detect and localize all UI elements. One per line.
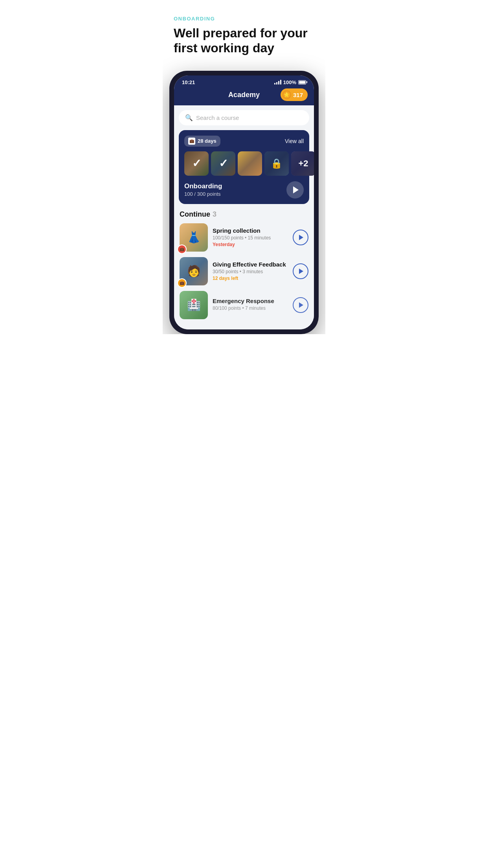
due-badge-2: 💼	[177, 278, 187, 288]
phone-screen: 10:21 100% Academy	[174, 75, 314, 329]
plus-overlay: +2	[291, 151, 314, 176]
page-title-line2: first working day	[174, 41, 274, 55]
checkmark-icon-2: ✓	[219, 157, 228, 170]
course-info-2: Giving Effective Feedback 30/50 points •…	[213, 261, 288, 281]
page-title: Well prepared for your first working day	[174, 26, 314, 56]
signal-bar-4	[280, 80, 281, 85]
course-thumb-img-3: 🏥	[180, 291, 208, 319]
badge-icon-1: 💼	[180, 247, 184, 251]
course-meta-2: 30/50 points • 3 minutes	[213, 269, 288, 274]
continue-header: Continue 3	[180, 210, 308, 219]
coin-icon: ⭐	[283, 90, 291, 99]
thumbnail-3[interactable]	[238, 151, 262, 176]
course-info-3: Emergency Response 80/100 points • 7 min…	[213, 298, 288, 312]
signal-bars-icon	[274, 80, 281, 85]
course-title-3: Emergency Response	[213, 298, 288, 304]
card-top: 💼 28 days View all	[184, 136, 304, 147]
continue-label: Continue	[180, 210, 210, 219]
page-title-line1: Well prepared for your	[174, 26, 308, 40]
play-button[interactable]	[286, 181, 304, 199]
search-bar[interactable]: 🔍 Search a course	[179, 110, 309, 125]
card-footer: Onboarding 100 / 300 points	[184, 181, 304, 199]
play-triangle-icon-1	[299, 235, 303, 240]
thumbnail-2[interactable]: ✓	[211, 151, 235, 176]
days-badge: 💼 28 days	[184, 136, 220, 147]
view-all-button[interactable]: View all	[285, 138, 304, 144]
signal-bar-3	[278, 81, 279, 85]
course-item-1: 👗 💼 Spring collection 100/150 points • 1…	[180, 223, 308, 252]
points-badge[interactable]: ⭐ 317	[281, 88, 308, 101]
briefcase-icon: 💼	[188, 138, 195, 145]
thumbnail-4[interactable]: 🔒	[264, 151, 289, 176]
course-thumb-2: 🧑 💼	[180, 257, 208, 285]
badge-icon-2: 💼	[180, 281, 184, 285]
page-header: ONBOARDING Well prepared for your first …	[163, 0, 325, 67]
days-text: 28 days	[198, 138, 216, 144]
points-value: 317	[293, 92, 303, 98]
course-thumb-3: 🏥	[180, 291, 208, 319]
course-item-3: 🏥 Emergency Response 80/100 points • 7 m…	[180, 291, 308, 319]
thumbnail-5[interactable]: +2	[291, 151, 314, 176]
due-badge-1: 💼	[177, 245, 187, 254]
plus-count-text: +2	[298, 158, 308, 169]
battery-fill	[299, 81, 305, 84]
checkmark-icon-1: ✓	[192, 157, 201, 170]
status-time: 10:21	[182, 79, 195, 85]
thumbnail-1[interactable]: ✓	[184, 151, 209, 176]
battery-icon	[298, 80, 306, 85]
onboarding-card: 💼 28 days View all ✓	[179, 130, 309, 204]
page-label: ONBOARDING	[174, 16, 314, 22]
app-content: 🔍 Search a course 💼 28 days View all	[174, 105, 314, 329]
app-title: Academy	[228, 91, 260, 99]
thumbnails-row: ✓ ✓	[184, 151, 304, 176]
battery-percentage: 100%	[283, 79, 296, 85]
course-due-2: 12 days left	[213, 276, 288, 281]
status-right: 100%	[274, 79, 306, 85]
phone-wrapper: 10:21 100% Academy	[163, 71, 325, 334]
course-play-btn-2[interactable]	[293, 263, 308, 279]
course-title-1: Spring collection	[213, 227, 288, 234]
course-title-2: Giving Effective Feedback	[213, 261, 288, 268]
card-course-title: Onboarding	[184, 182, 222, 190]
course-play-btn-3[interactable]	[293, 297, 308, 313]
search-icon: 🔍	[185, 114, 193, 121]
course-info-1: Spring collection 100/150 points • 15 mi…	[213, 227, 288, 247]
play-triangle-icon-3	[299, 302, 303, 308]
course-due-1: Yesterday	[213, 242, 288, 247]
course-thumb-1: 👗 💼	[180, 223, 208, 252]
lock-overlay: 🔒	[264, 151, 289, 176]
signal-bar-1	[274, 83, 275, 85]
signal-bar-2	[276, 82, 277, 85]
play-triangle-icon	[293, 186, 299, 193]
course-play-btn-1[interactable]	[293, 230, 308, 245]
check-overlay-1: ✓	[184, 151, 209, 176]
lock-icon: 🔒	[271, 158, 283, 169]
continue-count: 3	[213, 210, 216, 219]
card-info: Onboarding 100 / 300 points	[184, 182, 222, 197]
check-overlay-2: ✓	[211, 151, 235, 176]
course-meta-3: 80/100 points • 7 minutes	[213, 305, 288, 311]
play-triangle-icon-2	[299, 268, 303, 274]
search-placeholder: Search a course	[196, 114, 239, 121]
app-header: Academy ⭐ 317	[174, 88, 314, 105]
phone-frame: 10:21 100% Academy	[169, 71, 319, 334]
course-item-2: 🧑 💼 Giving Effective Feedback 30/50 poin…	[180, 257, 308, 285]
status-bar: 10:21 100%	[174, 75, 314, 88]
continue-section: Continue 3 👗 💼	[179, 210, 309, 319]
card-course-points: 100 / 300 points	[184, 191, 222, 197]
course-meta-1: 100/150 points • 15 minutes	[213, 235, 288, 241]
